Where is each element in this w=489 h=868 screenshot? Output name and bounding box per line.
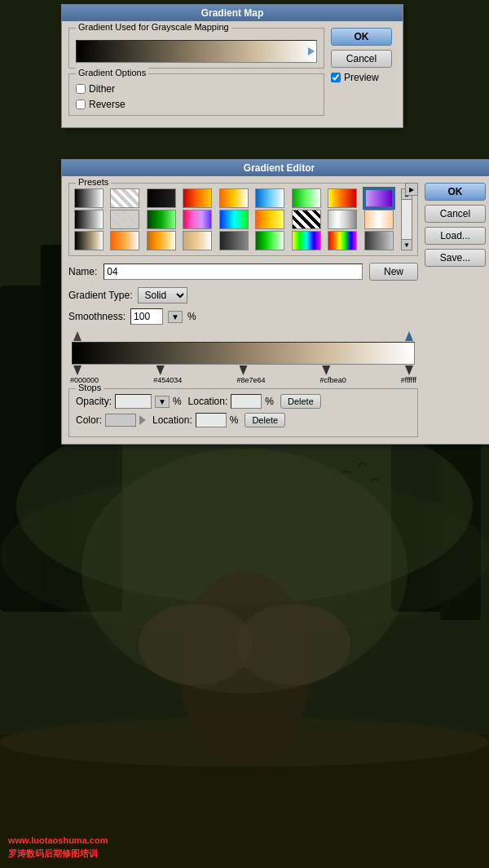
- gradient-type-select[interactable]: Solid Noise: [138, 287, 187, 303]
- opacity-percent: %: [173, 396, 182, 407]
- preset-item[interactable]: [328, 210, 357, 229]
- svg-point-14: [82, 449, 408, 693]
- color-location-percent: %: [230, 414, 239, 426]
- presets-menu-button[interactable]: ▶: [405, 183, 418, 196]
- scroll-track: [401, 200, 412, 239]
- color-stop-0[interactable]: [73, 365, 82, 375]
- gradient-used-group: Gradient Used for Grayscale Mapping: [68, 28, 324, 69]
- opacity-input[interactable]: [115, 394, 152, 409]
- preset-item[interactable]: [74, 210, 104, 229]
- preset-item[interactable]: [328, 231, 357, 250]
- opacity-location-field: Location: %: [188, 394, 274, 409]
- color-stop-4[interactable]: [405, 365, 413, 375]
- preview-checkbox[interactable]: [331, 73, 341, 82]
- preset-item[interactable]: [219, 231, 249, 250]
- color-delete-button[interactable]: Delete: [244, 413, 285, 427]
- gradient-editor-ok-button[interactable]: OK: [425, 183, 486, 201]
- stop-label-3: #cfbea0: [320, 376, 346, 384]
- opacity-location-input[interactable]: [231, 394, 262, 409]
- preview-label: Preview: [344, 72, 379, 83]
- new-button[interactable]: New: [369, 263, 418, 281]
- preset-item[interactable]: [74, 231, 104, 250]
- gradient-map-dialog: Gradient Map Gradient Used for Grayscale…: [61, 4, 403, 128]
- opacity-dropdown[interactable]: ▼: [155, 396, 170, 408]
- name-input[interactable]: [104, 264, 363, 280]
- presets-inner: ▲ ▼: [74, 188, 412, 250]
- presets-label: Presets: [76, 177, 111, 187]
- gradient-editor-buttons: OK Cancel Load... Save...: [425, 183, 489, 437]
- preset-item[interactable]: [255, 210, 284, 229]
- dither-checkbox[interactable]: [76, 84, 86, 94]
- gradient-preview-bar[interactable]: [76, 40, 317, 63]
- preset-item[interactable]: [183, 210, 212, 229]
- gradient-editor-bar[interactable]: [72, 342, 415, 365]
- stop-label-4: #ffffff: [401, 376, 416, 384]
- dither-row: Dither: [76, 83, 317, 95]
- color-stop-3[interactable]: [322, 365, 330, 375]
- preset-item[interactable]: [364, 210, 394, 229]
- preset-item[interactable]: [255, 188, 284, 208]
- reverse-checkbox[interactable]: [76, 100, 86, 109]
- gradient-dropdown-arrow[interactable]: [308, 47, 315, 55]
- opacity-stop-right[interactable]: [405, 331, 413, 341]
- preset-item[interactable]: [364, 231, 394, 250]
- preset-item[interactable]: [74, 188, 104, 208]
- color-stops-row: [68, 365, 418, 375]
- presets-grid: [74, 188, 399, 250]
- preset-item[interactable]: [292, 210, 321, 229]
- gradient-bar-area: #000000 #454034 #8e7e64 #cfbea0 #ffffff: [68, 331, 418, 384]
- preset-item[interactable]: [255, 231, 284, 250]
- gradient-editor-cancel-button[interactable]: Cancel: [425, 205, 486, 223]
- color-arrow-icon[interactable]: [139, 415, 146, 425]
- gradient-map-cancel-button[interactable]: Cancel: [331, 50, 392, 68]
- color-stop-1[interactable]: [156, 365, 165, 375]
- load-button[interactable]: Load...: [425, 227, 486, 245]
- color-swatch[interactable]: [105, 414, 136, 427]
- smoothness-row: Smoothness: ▼ %: [68, 308, 418, 325]
- color-label: Color:: [76, 414, 102, 426]
- smoothness-dropdown[interactable]: ▼: [168, 311, 183, 323]
- color-location-input[interactable]: [196, 413, 227, 427]
- stop-labels: #000000 #454034 #8e7e64 #cfbea0 #ffffff: [68, 376, 418, 384]
- preset-item[interactable]: [183, 188, 212, 208]
- preset-item[interactable]: [147, 210, 176, 229]
- gradient-map-title: Gradient Map: [62, 5, 403, 21]
- stop-label-1: #454034: [153, 376, 182, 384]
- color-location-label: Location:: [152, 414, 192, 426]
- preset-item[interactable]: [110, 210, 139, 229]
- opacity-location-label: Location:: [188, 396, 228, 407]
- gradient-options-label: Gradient Options: [76, 68, 148, 78]
- gradient-map-ok-button[interactable]: OK: [331, 28, 392, 46]
- opacity-location-percent: %: [265, 396, 274, 407]
- scroll-down-button[interactable]: ▼: [401, 239, 412, 250]
- color-location-field: Location: %: [152, 413, 238, 427]
- reverse-label: Reverse: [89, 99, 126, 110]
- color-stop-2[interactable]: [240, 365, 248, 375]
- opacity-stop-left[interactable]: [73, 331, 82, 341]
- gradient-editor-title: Gradient Editor: [62, 160, 489, 176]
- gradient-type-row: Gradient Type: Solid Noise: [68, 287, 418, 303]
- gradient-type-label: Gradient Type:: [68, 290, 133, 301]
- preset-item[interactable]: [183, 231, 212, 250]
- preset-item[interactable]: [328, 188, 357, 208]
- opacity-delete-button[interactable]: Delete: [280, 394, 321, 409]
- preset-item-selected[interactable]: [364, 188, 394, 208]
- preset-item[interactable]: [147, 231, 176, 250]
- opacity-label: Opacity:: [76, 396, 112, 407]
- presets-group: Presets ▶: [68, 183, 418, 256]
- preset-item[interactable]: [219, 210, 249, 229]
- preview-row: Preview: [331, 72, 396, 83]
- preset-item[interactable]: [147, 188, 176, 208]
- gradient-options-group: Gradient Options Dither Reverse: [68, 73, 324, 116]
- color-field: Color:: [76, 413, 146, 427]
- reverse-row: Reverse: [76, 99, 317, 110]
- preset-item[interactable]: [219, 188, 249, 208]
- stop-label-2: #8e7e64: [236, 376, 265, 384]
- preset-item[interactable]: [110, 231, 139, 250]
- save-button[interactable]: Save...: [425, 249, 486, 267]
- smoothness-input[interactable]: [130, 308, 163, 325]
- preset-item[interactable]: [292, 188, 321, 208]
- color-stops-controls-row: Color: Location: % Delete: [76, 413, 411, 427]
- preset-item[interactable]: [110, 188, 139, 208]
- preset-item[interactable]: [292, 231, 321, 250]
